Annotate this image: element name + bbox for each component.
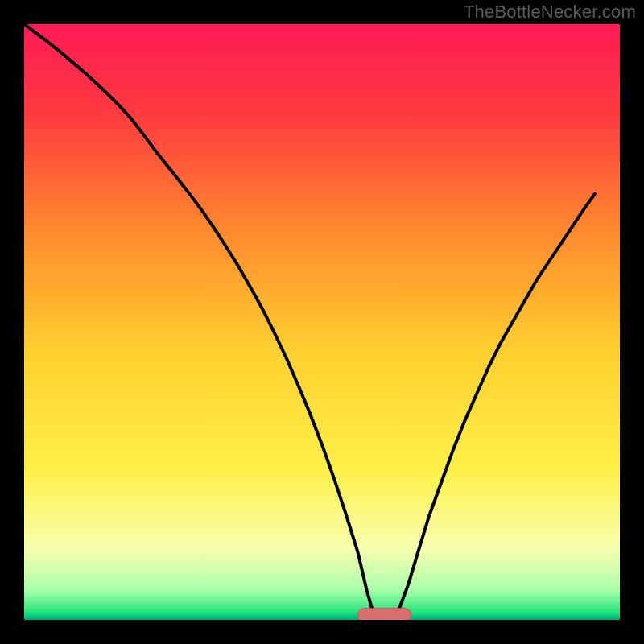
chart-stage: { "watermark": "TheBottleNecker.com", "c… — [0, 0, 644, 644]
svg-rect-2 — [0, 620, 644, 644]
chart-background-gradient — [24, 24, 620, 620]
svg-rect-3 — [0, 0, 24, 644]
svg-rect-4 — [620, 0, 644, 644]
watermark-text: TheBottleNecker.com — [464, 2, 636, 23]
bottleneck-chart — [0, 0, 644, 644]
